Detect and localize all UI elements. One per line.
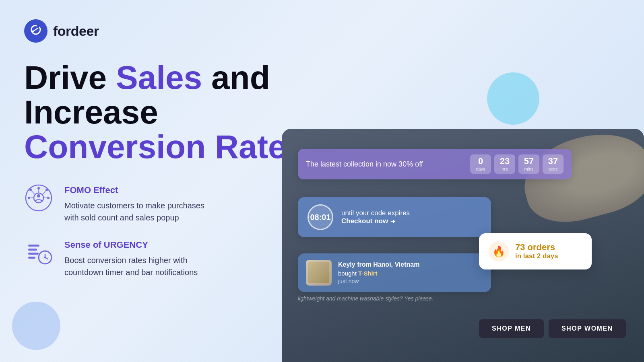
svg-line-22 [45, 257, 48, 259]
orders-badge-widget: 🔥 73 orders in last 2 days [479, 233, 592, 269]
purchase-time: just now [338, 278, 419, 284]
feature-urgency-row: Sense of URGENCY Boost conversion rates … [24, 238, 290, 278]
svg-point-1 [32, 31, 34, 33]
countdown-mins: 57 mins [518, 154, 539, 174]
countdown-hrs: 23 hrs [494, 154, 515, 174]
countdown-days: 0 days [470, 154, 491, 174]
fomo-icon-wrap [24, 183, 53, 212]
orders-count: 73 orders [515, 243, 558, 252]
purchase-notification-widget: Keyly from Hanoi, Vietnam bought T-Shirt… [298, 253, 491, 292]
svg-point-7 [37, 187, 40, 189]
fomo-feature-text: FOMO Effect Motivate customers to make p… [64, 183, 204, 224]
timer-text: until your code expires Checkout now ➜ [341, 209, 410, 225]
svg-line-14 [43, 191, 46, 194]
urgency-icon [25, 239, 52, 266]
countdown-units: 0 days 23 hrs 57 mins 37 secs [470, 154, 564, 174]
urgency-feature-text: Sense of URGENCY Boost conversion rates … [64, 238, 198, 278]
fomo-icon [25, 184, 52, 212]
shop-women-button[interactable]: SHOP WOMEN [549, 319, 626, 338]
fomo-title: FOMO Effect [64, 185, 204, 195]
svg-rect-18 [28, 257, 35, 259]
shop-buttons-row: SHOP MEN SHOP WOMEN [479, 319, 626, 338]
right-panel: The lastest collection in now 30% off 0 … [282, 0, 644, 362]
fomo-desc: Motivate customers to make purchases wit… [64, 200, 204, 224]
hero-line2-purple: Conversion Rate [24, 128, 287, 165]
bg-overlay-text: lightweight and machine washable styles?… [298, 295, 644, 302]
purchase-action: bought T-Shirt [338, 270, 419, 277]
logo-row: fordeer [24, 19, 290, 43]
svg-line-13 [31, 191, 35, 194]
brand-name: fordeer [53, 23, 99, 39]
feature-fomo-row: FOMO Effect Motivate customers to make p… [24, 183, 290, 224]
product-name: T-Shirt [358, 270, 378, 277]
svg-point-5 [28, 197, 30, 199]
orders-subtext: in last 2 days [515, 252, 558, 260]
timer-circle: 08:01 [308, 204, 333, 230]
left-panel: fordeer Drive Sales and Increase Convers… [0, 0, 314, 362]
svg-rect-16 [28, 249, 37, 251]
shop-men-button[interactable]: SHOP MEN [479, 319, 544, 338]
svg-point-4 [37, 194, 40, 197]
svg-rect-15 [28, 245, 39, 247]
svg-point-6 [47, 197, 50, 199]
buyer-name: Keyly from Hanoi, Vietnam [338, 261, 419, 268]
hero-line1-black: Drive [24, 59, 116, 96]
countdown-bar-widget: The lastest collection in now 30% off 0 … [298, 149, 572, 179]
urgency-desc: Boost conversion rates higher with count… [64, 254, 198, 278]
urgency-icon-wrap [24, 238, 53, 267]
svg-rect-17 [28, 253, 39, 255]
fordeer-logo-icon [24, 19, 47, 43]
countdown-secs: 37 secs [543, 154, 564, 174]
product-thumb-inner [308, 262, 329, 283]
orders-text: 73 orders in last 2 days [515, 243, 558, 260]
countdown-label: The lastest collection in now 30% off [306, 160, 470, 169]
urgency-title: Sense of URGENCY [64, 240, 198, 250]
timer-popup-widget: 08:01 until your code expires Checkout n… [298, 197, 491, 237]
checkout-arrow-icon: ➜ [390, 218, 395, 224]
svg-point-0 [24, 19, 47, 43]
fire-icon: 🔥 [492, 245, 505, 258]
product-thumbnail [306, 260, 332, 286]
hero-heading: Drive Sales and Increase Conversion Rate [24, 60, 290, 164]
notification-text: Keyly from Hanoi, Vietnam bought T-Shirt… [338, 261, 419, 284]
checkout-link[interactable]: Checkout now ➜ [341, 217, 410, 225]
fire-icon-wrap: 🔥 [489, 241, 509, 261]
hero-line1-purple: Sales [116, 59, 202, 96]
